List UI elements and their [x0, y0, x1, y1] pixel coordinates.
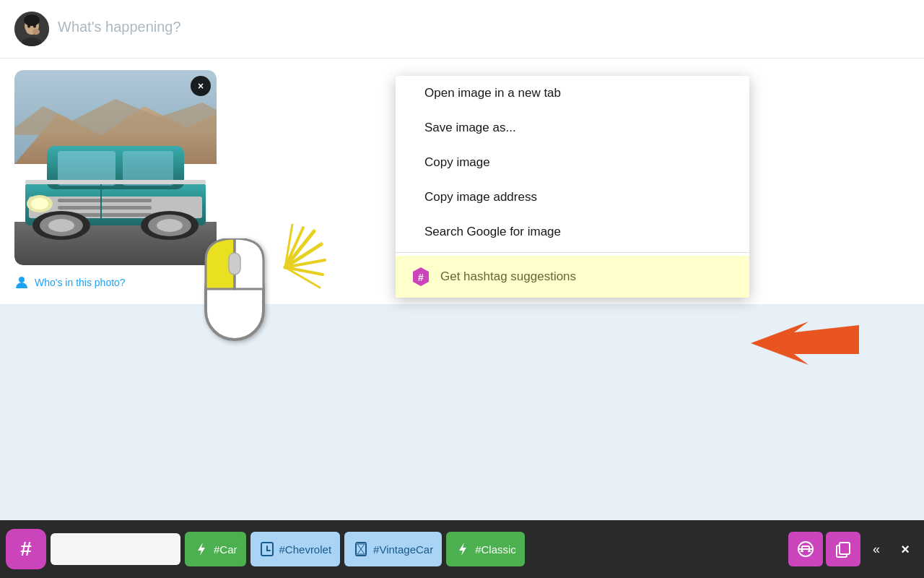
svg-text:#: # [418, 272, 424, 283]
svg-point-21 [31, 198, 48, 210]
context-menu-divider [396, 252, 749, 253]
copy-icon [834, 540, 853, 558]
close-image-button[interactable]: × [191, 76, 211, 96]
svg-point-2 [24, 14, 40, 26]
svg-rect-17 [58, 199, 152, 202]
mouse-illustration [195, 238, 274, 350]
svg-rect-18 [58, 206, 152, 210]
bar-end-icons: « × [788, 532, 918, 566]
search-input[interactable] [58, 543, 195, 556]
timer-icon [259, 541, 275, 557]
svg-point-31 [19, 277, 25, 282]
menu-item-open-new-tab[interactable]: Open image in a new tab [396, 76, 749, 111]
context-menu: Open image in a new tab Save image as...… [396, 76, 749, 298]
tag-chip-chevrolet[interactable]: #Chevrolet [250, 532, 341, 566]
compose-area: What's happening? [0, 0, 924, 59]
tag-chip-vintagecar[interactable]: #VintageCar [344, 532, 442, 566]
scale-icon [796, 540, 815, 558]
svg-point-4 [32, 29, 40, 35]
prev-button[interactable]: « [863, 536, 889, 562]
tag-chip-classic[interactable]: #Classic [446, 532, 525, 566]
svg-point-5 [27, 25, 30, 28]
svg-rect-22 [25, 180, 206, 184]
svg-point-29 [157, 219, 183, 232]
svg-point-26 [48, 219, 74, 232]
hashtag-badge-icon: # [410, 266, 432, 288]
avatar [14, 12, 49, 46]
lightning2-icon [455, 541, 471, 557]
main-area: What's happening? [0, 0, 924, 491]
menu-item-copy-address[interactable]: Copy image address [396, 180, 749, 215]
image-container: × [14, 70, 217, 265]
menu-item-search-google[interactable]: Search Google for image [396, 215, 749, 249]
arrow-pointer [751, 318, 859, 379]
svg-rect-61 [840, 543, 850, 554]
scale-icon-button[interactable] [788, 532, 823, 566]
search-box[interactable] [51, 533, 180, 565]
svg-point-6 [33, 25, 36, 28]
lightning-icon [193, 541, 209, 557]
hourglass-icon [353, 541, 369, 557]
svg-marker-52 [459, 543, 466, 556]
hashtag-logo: # [6, 529, 46, 569]
menu-item-copy-image[interactable]: Copy image [396, 145, 749, 180]
close-bar-button[interactable]: × [892, 536, 918, 562]
menu-item-save-image[interactable]: Save image as... [396, 111, 749, 145]
svg-marker-47 [198, 543, 205, 556]
svg-rect-34 [229, 253, 240, 275]
tag-chip-car[interactable]: #Car [185, 532, 246, 566]
compose-placeholder[interactable]: What's happening? [58, 12, 910, 35]
copy-icon-button[interactable] [826, 532, 860, 566]
who-in-photo-label: Who's in this photo? [35, 277, 126, 288]
svg-marker-44 [751, 322, 859, 365]
hashtag-bar: # #Car #Chevrolet #VintageCar [0, 520, 924, 578]
menu-item-get-hashtags[interactable]: # Get hashtag suggestions [396, 256, 749, 298]
person-icon [14, 275, 29, 290]
